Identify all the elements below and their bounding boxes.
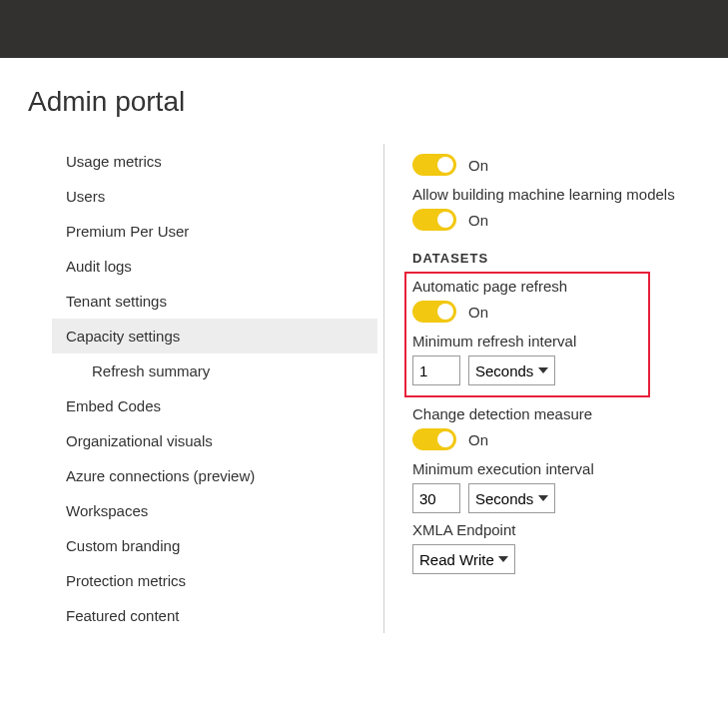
toggle-auto-refresh-label: On [468,304,488,321]
sidebar-item-capacity-settings[interactable]: Capacity settings [52,319,377,353]
sidebar-item-label: Featured content [66,607,179,624]
toggle-allow-ml[interactable] [412,209,456,231]
page-title: Admin portal [28,86,728,118]
sidebar-item-custom-branding[interactable]: Custom branding [52,528,377,563]
sidebar-item-label: Usage metrics [66,153,162,170]
sidebar-item-label: Protection metrics [66,572,186,589]
sidebar-item-premium-per-user[interactable]: Premium Per User [52,214,377,249]
sidebar-item-azure-connections[interactable]: Azure connections (preview) [52,458,377,493]
sidebar-item-label: Custom branding [66,537,180,554]
sidebar-item-label: Audit logs [66,258,132,275]
sidebar-item-workspaces[interactable]: Workspaces [52,493,377,528]
sidebar-item-organizational-visuals[interactable]: Organizational visuals [52,423,377,458]
datasets-header: DATASETS [412,251,728,266]
min-exec-label: Minimum execution interval [412,460,728,477]
sidebar-item-protection-metrics[interactable]: Protection metrics [52,563,377,598]
toggle-change-detect[interactable] [412,428,456,450]
toggle-allow-ml-label: On [468,212,488,229]
xmla-label: XMLA Endpoint [412,521,728,538]
sidebar-item-label: Capacity settings [66,328,180,345]
sidebar-item-label: Users [66,188,105,205]
sidebar-item-label: Embed Codes [66,397,161,414]
sidebar-item-label: Refresh summary [92,362,210,379]
change-detect-label: Change detection measure [412,405,728,422]
sidebar-item-embed-codes[interactable]: Embed Codes [52,388,377,423]
sidebar-item-label: Tenant settings [66,293,167,310]
sidebar-item-tenant-settings[interactable]: Tenant settings [52,284,377,319]
min-refresh-label: Minimum refresh interval [412,333,642,350]
highlight-box: Automatic page refresh On Minimum refres… [404,272,650,397]
auto-refresh-label: Automatic page refresh [412,278,642,295]
sidebar-item-label: Azure connections (preview) [66,467,255,484]
toggle-auto-refresh[interactable] [412,301,456,323]
min-exec-unit-select[interactable]: Seconds [468,483,555,513]
top-bar [0,0,728,58]
vertical-divider [383,144,384,633]
xmla-select[interactable]: Read Write [412,544,515,574]
sidebar-item-audit-logs[interactable]: Audit logs [52,249,377,284]
sidebar-subitem-refresh-summary[interactable]: Refresh summary [52,353,377,388]
sidebar-item-label: Organizational visuals [66,432,213,449]
sidebar-item-label: Premium Per User [66,223,189,240]
toggle-change-detect-label: On [468,431,488,448]
min-exec-input[interactable] [412,483,460,513]
main-panel: On Allow building machine learning model… [412,144,728,633]
sidebar-item-featured-content[interactable]: Featured content [52,598,377,633]
min-refresh-unit-select[interactable]: Seconds [468,355,555,385]
toggle-top[interactable] [412,154,456,176]
allow-ml-label: Allow building machine learning models [412,186,728,203]
sidebar-item-usage-metrics[interactable]: Usage metrics [52,144,377,179]
toggle-top-label: On [468,157,488,174]
sidebar-item-label: Workspaces [66,502,148,519]
sidebar: Usage metrics Users Premium Per User Aud… [28,144,377,633]
min-refresh-input[interactable] [412,355,460,385]
sidebar-item-users[interactable]: Users [52,179,377,214]
